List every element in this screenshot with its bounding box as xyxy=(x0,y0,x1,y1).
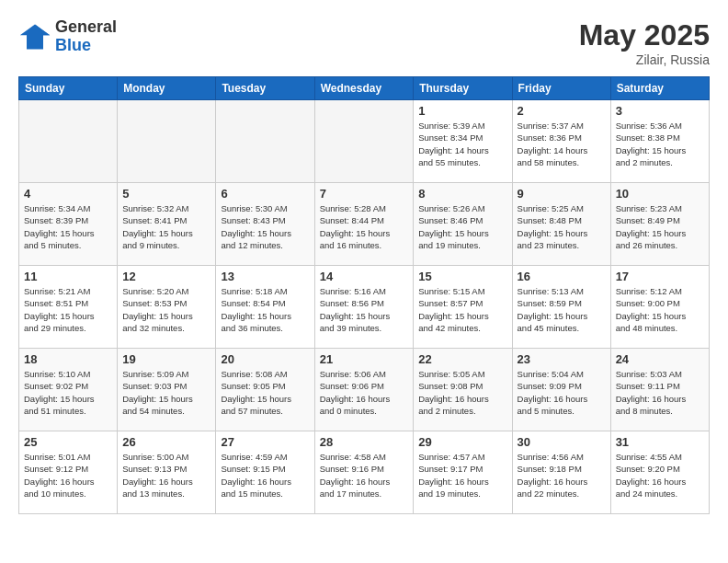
day-info: Sunrise: 5:04 AM Sunset: 9:09 PM Dayligh… xyxy=(518,368,606,417)
day-cell xyxy=(19,100,118,183)
title-block: May 2025 Zilair, Russia xyxy=(579,18,710,67)
day-info: Sunrise: 5:30 AM Sunset: 8:43 PM Dayligh… xyxy=(221,202,309,251)
day-cell: 1Sunrise: 5:39 AM Sunset: 8:34 PM Daylig… xyxy=(414,100,512,183)
day-number: 4 xyxy=(24,187,112,201)
day-info: Sunrise: 5:34 AM Sunset: 8:39 PM Dayligh… xyxy=(24,202,112,251)
day-cell: 15Sunrise: 5:15 AM Sunset: 8:57 PM Dayli… xyxy=(414,266,512,349)
day-info: Sunrise: 4:59 AM Sunset: 9:15 PM Dayligh… xyxy=(221,451,309,500)
day-cell: 22Sunrise: 5:05 AM Sunset: 9:08 PM Dayli… xyxy=(414,349,512,431)
day-cell: 20Sunrise: 5:08 AM Sunset: 9:05 PM Dayli… xyxy=(216,349,314,431)
day-info: Sunrise: 4:57 AM Sunset: 9:17 PM Dayligh… xyxy=(418,451,506,500)
weekday-header-monday: Monday xyxy=(118,77,216,100)
day-cell: 29Sunrise: 4:57 AM Sunset: 9:17 PM Dayli… xyxy=(414,431,512,514)
day-cell xyxy=(118,100,216,183)
day-info: Sunrise: 5:12 AM Sunset: 9:00 PM Dayligh… xyxy=(616,285,704,334)
day-info: Sunrise: 5:25 AM Sunset: 8:48 PM Dayligh… xyxy=(518,202,606,251)
day-cell: 31Sunrise: 4:55 AM Sunset: 9:20 PM Dayli… xyxy=(610,431,709,514)
day-info: Sunrise: 5:00 AM Sunset: 9:13 PM Dayligh… xyxy=(122,451,210,500)
week-row-5: 25Sunrise: 5:01 AM Sunset: 9:12 PM Dayli… xyxy=(19,431,710,514)
day-cell: 24Sunrise: 5:03 AM Sunset: 9:11 PM Dayli… xyxy=(610,349,709,431)
day-info: Sunrise: 4:55 AM Sunset: 9:20 PM Dayligh… xyxy=(616,451,704,500)
day-cell: 14Sunrise: 5:16 AM Sunset: 8:56 PM Dayli… xyxy=(314,266,414,349)
svg-marker-0 xyxy=(20,24,50,49)
day-info: Sunrise: 5:03 AM Sunset: 9:11 PM Dayligh… xyxy=(616,368,704,417)
day-info: Sunrise: 5:36 AM Sunset: 8:38 PM Dayligh… xyxy=(616,120,704,168)
day-number: 23 xyxy=(518,352,606,366)
day-number: 24 xyxy=(616,352,704,366)
day-number: 14 xyxy=(320,270,409,283)
day-cell: 19Sunrise: 5:09 AM Sunset: 9:03 PM Dayli… xyxy=(118,349,216,431)
day-cell: 13Sunrise: 5:18 AM Sunset: 8:54 PM Dayli… xyxy=(216,266,314,349)
day-number: 6 xyxy=(221,187,309,201)
weekday-header-sunday: Sunday xyxy=(19,77,118,100)
day-number: 30 xyxy=(518,435,606,449)
logo-general-text: General xyxy=(55,18,117,37)
day-number: 27 xyxy=(221,435,309,449)
day-cell: 16Sunrise: 5:13 AM Sunset: 8:59 PM Dayli… xyxy=(512,266,610,349)
day-cell: 3Sunrise: 5:36 AM Sunset: 8:38 PM Daylig… xyxy=(610,100,709,183)
day-info: Sunrise: 5:20 AM Sunset: 8:53 PM Dayligh… xyxy=(122,285,210,334)
day-cell: 26Sunrise: 5:00 AM Sunset: 9:13 PM Dayli… xyxy=(118,431,216,514)
weekday-header-row: SundayMondayTuesdayWednesdayThursdayFrid… xyxy=(19,77,710,100)
day-info: Sunrise: 5:32 AM Sunset: 8:41 PM Dayligh… xyxy=(122,202,210,251)
day-info: Sunrise: 5:15 AM Sunset: 8:57 PM Dayligh… xyxy=(418,285,506,334)
day-cell: 30Sunrise: 4:56 AM Sunset: 9:18 PM Dayli… xyxy=(512,431,610,514)
day-cell: 12Sunrise: 5:20 AM Sunset: 8:53 PM Dayli… xyxy=(118,266,216,349)
day-info: Sunrise: 5:26 AM Sunset: 8:46 PM Dayligh… xyxy=(418,202,506,251)
location-subtitle: Zilair, Russia xyxy=(579,52,710,67)
day-cell: 11Sunrise: 5:21 AM Sunset: 8:51 PM Dayli… xyxy=(19,266,118,349)
day-number: 29 xyxy=(418,435,506,449)
day-number: 11 xyxy=(24,270,112,283)
day-cell: 28Sunrise: 4:58 AM Sunset: 9:16 PM Dayli… xyxy=(314,431,414,514)
day-cell: 18Sunrise: 5:10 AM Sunset: 9:02 PM Dayli… xyxy=(19,349,118,431)
weekday-header-friday: Friday xyxy=(512,77,610,100)
week-row-2: 4Sunrise: 5:34 AM Sunset: 8:39 PM Daylig… xyxy=(19,183,710,266)
day-info: Sunrise: 5:28 AM Sunset: 8:44 PM Dayligh… xyxy=(320,202,409,251)
calendar-table: SundayMondayTuesdayWednesdayThursdayFrid… xyxy=(18,76,710,514)
day-number: 19 xyxy=(122,352,210,366)
week-row-4: 18Sunrise: 5:10 AM Sunset: 9:02 PM Dayli… xyxy=(19,349,710,431)
day-number: 10 xyxy=(616,187,704,201)
day-number: 9 xyxy=(518,187,606,201)
day-cell: 8Sunrise: 5:26 AM Sunset: 8:46 PM Daylig… xyxy=(414,183,512,266)
day-cell: 10Sunrise: 5:23 AM Sunset: 8:49 PM Dayli… xyxy=(610,183,709,266)
weekday-header-wednesday: Wednesday xyxy=(314,77,414,100)
day-number: 2 xyxy=(518,104,606,118)
day-cell xyxy=(314,100,414,183)
day-number: 16 xyxy=(518,270,606,283)
day-cell: 25Sunrise: 5:01 AM Sunset: 9:12 PM Dayli… xyxy=(19,431,118,514)
day-number: 26 xyxy=(122,435,210,449)
day-cell xyxy=(216,100,314,183)
day-cell: 17Sunrise: 5:12 AM Sunset: 9:00 PM Dayli… xyxy=(610,266,709,349)
day-number: 25 xyxy=(24,435,112,449)
day-number: 5 xyxy=(122,187,210,201)
day-number: 15 xyxy=(418,270,506,283)
day-info: Sunrise: 5:18 AM Sunset: 8:54 PM Dayligh… xyxy=(221,285,309,334)
day-info: Sunrise: 5:05 AM Sunset: 9:08 PM Dayligh… xyxy=(418,368,506,417)
page-header: General Blue May 2025 Zilair, Russia xyxy=(18,18,710,67)
day-info: Sunrise: 5:21 AM Sunset: 8:51 PM Dayligh… xyxy=(24,285,112,334)
day-info: Sunrise: 5:13 AM Sunset: 8:59 PM Dayligh… xyxy=(518,285,606,334)
weekday-header-saturday: Saturday xyxy=(610,77,709,100)
day-cell: 27Sunrise: 4:59 AM Sunset: 9:15 PM Dayli… xyxy=(216,431,314,514)
week-row-1: 1Sunrise: 5:39 AM Sunset: 8:34 PM Daylig… xyxy=(19,100,710,183)
day-number: 22 xyxy=(418,352,506,366)
day-info: Sunrise: 5:06 AM Sunset: 9:06 PM Dayligh… xyxy=(320,368,409,417)
day-info: Sunrise: 4:56 AM Sunset: 9:18 PM Dayligh… xyxy=(518,451,606,500)
day-info: Sunrise: 5:10 AM Sunset: 9:02 PM Dayligh… xyxy=(24,368,112,417)
logo-icon xyxy=(18,20,51,53)
day-cell: 6Sunrise: 5:30 AM Sunset: 8:43 PM Daylig… xyxy=(216,183,314,266)
logo-text: General Blue xyxy=(55,18,117,55)
day-cell: 21Sunrise: 5:06 AM Sunset: 9:06 PM Dayli… xyxy=(314,349,414,431)
day-info: Sunrise: 5:09 AM Sunset: 9:03 PM Dayligh… xyxy=(122,368,210,417)
day-number: 8 xyxy=(418,187,506,201)
day-number: 21 xyxy=(320,352,409,366)
day-number: 31 xyxy=(616,435,704,449)
day-info: Sunrise: 5:37 AM Sunset: 8:36 PM Dayligh… xyxy=(518,120,606,168)
day-number: 3 xyxy=(616,104,704,118)
month-year-title: May 2025 xyxy=(579,18,710,52)
day-cell: 7Sunrise: 5:28 AM Sunset: 8:44 PM Daylig… xyxy=(314,183,414,266)
day-number: 17 xyxy=(616,270,704,283)
day-info: Sunrise: 4:58 AM Sunset: 9:16 PM Dayligh… xyxy=(320,451,409,500)
day-cell: 9Sunrise: 5:25 AM Sunset: 8:48 PM Daylig… xyxy=(512,183,610,266)
